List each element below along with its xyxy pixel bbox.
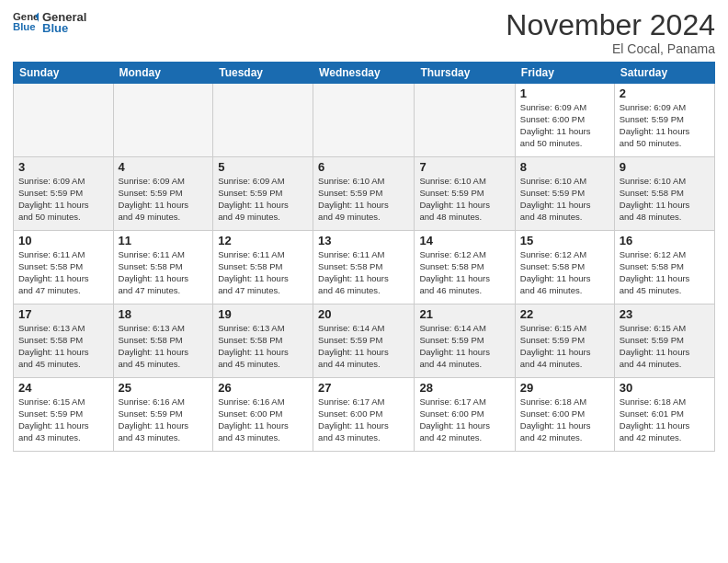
calendar-cell: 6Sunrise: 6:10 AM Sunset: 5:59 PM Daylig… [313,157,415,231]
calendar-body: 1Sunrise: 6:09 AM Sunset: 6:00 PM Daylig… [14,84,715,452]
calendar-cell: 23Sunrise: 6:15 AM Sunset: 5:59 PM Dayli… [614,304,714,378]
calendar-cell: 28Sunrise: 6:17 AM Sunset: 6:00 PM Dayli… [415,378,515,452]
calendar-cell [213,84,313,157]
day-number: 13 [318,234,409,247]
calendar-cell: 5Sunrise: 6:09 AM Sunset: 5:59 PM Daylig… [213,157,313,231]
day-number: 7 [419,160,509,174]
day-info: Sunrise: 6:13 AM Sunset: 5:58 PM Dayligh… [18,323,108,370]
day-info: Sunrise: 6:11 AM Sunset: 5:58 PM Dayligh… [318,249,409,296]
col-header-tuesday: Tuesday [213,63,313,84]
calendar-cell: 3Sunrise: 6:09 AM Sunset: 5:59 PM Daylig… [14,157,114,231]
calendar-cell: 12Sunrise: 6:11 AM Sunset: 5:58 PM Dayli… [213,231,313,304]
calendar-cell: 15Sunrise: 6:12 AM Sunset: 5:58 PM Dayli… [515,231,614,304]
calendar-cell [415,84,515,157]
day-number: 25 [119,381,209,395]
calendar-cell: 11Sunrise: 6:11 AM Sunset: 5:58 PM Dayli… [113,231,213,304]
day-info: Sunrise: 6:10 AM Sunset: 5:59 PM Dayligh… [520,176,609,223]
logo: General Blue General Blue [13,9,86,35]
day-number: 5 [218,160,308,174]
col-header-saturday: Saturday [614,63,714,84]
day-info: Sunrise: 6:15 AM Sunset: 5:59 PM Dayligh… [620,323,710,370]
day-info: Sunrise: 6:10 AM Sunset: 5:59 PM Dayligh… [318,176,409,223]
calendar-cell: 30Sunrise: 6:18 AM Sunset: 6:01 PM Dayli… [614,378,714,452]
calendar-cell: 26Sunrise: 6:16 AM Sunset: 6:00 PM Dayli… [213,378,313,452]
day-number: 19 [218,307,308,321]
header: General Blue General Blue November 2024 … [13,9,715,56]
calendar-cell: 29Sunrise: 6:18 AM Sunset: 6:00 PM Dayli… [515,378,614,452]
day-info: Sunrise: 6:12 AM Sunset: 5:58 PM Dayligh… [520,249,609,296]
week-row-0: 1Sunrise: 6:09 AM Sunset: 6:00 PM Daylig… [14,84,715,157]
day-info: Sunrise: 6:15 AM Sunset: 5:59 PM Dayligh… [520,323,609,370]
day-info: Sunrise: 6:17 AM Sunset: 6:00 PM Dayligh… [419,396,509,443]
col-header-sunday: Sunday [14,63,114,84]
calendar-cell [313,84,415,157]
calendar-cell: 22Sunrise: 6:15 AM Sunset: 5:59 PM Dayli… [515,304,614,378]
day-number: 14 [419,234,509,247]
calendar-cell: 27Sunrise: 6:17 AM Sunset: 6:00 PM Dayli… [313,378,415,452]
day-number: 6 [318,160,409,174]
day-info: Sunrise: 6:09 AM Sunset: 5:59 PM Dayligh… [18,176,108,223]
page: General Blue General Blue November 2024 … [0,0,728,563]
day-info: Sunrise: 6:18 AM Sunset: 6:00 PM Dayligh… [520,396,609,443]
day-info: Sunrise: 6:13 AM Sunset: 5:58 PM Dayligh… [218,323,308,370]
day-number: 27 [318,381,409,395]
calendar-cell: 10Sunrise: 6:11 AM Sunset: 5:58 PM Dayli… [14,231,114,304]
week-row-3: 17Sunrise: 6:13 AM Sunset: 5:58 PM Dayli… [14,304,715,378]
day-info: Sunrise: 6:16 AM Sunset: 5:59 PM Dayligh… [119,396,209,443]
day-info: Sunrise: 6:09 AM Sunset: 5:59 PM Dayligh… [620,102,710,149]
day-info: Sunrise: 6:11 AM Sunset: 5:58 PM Dayligh… [18,249,108,296]
col-header-monday: Monday [113,63,213,84]
day-number: 2 [620,86,710,100]
month-title: November 2024 [506,9,715,41]
week-row-4: 24Sunrise: 6:15 AM Sunset: 5:59 PM Dayli… [14,378,715,452]
calendar-cell: 25Sunrise: 6:16 AM Sunset: 5:59 PM Dayli… [113,378,213,452]
day-info: Sunrise: 6:13 AM Sunset: 5:58 PM Dayligh… [119,323,209,370]
week-row-1: 3Sunrise: 6:09 AM Sunset: 5:59 PM Daylig… [14,157,715,231]
header-row: SundayMondayTuesdayWednesdayThursdayFrid… [14,63,715,84]
day-number: 21 [419,307,509,321]
calendar-cell: 2Sunrise: 6:09 AM Sunset: 5:59 PM Daylig… [614,84,714,157]
calendar-cell: 18Sunrise: 6:13 AM Sunset: 5:58 PM Dayli… [113,304,213,378]
calendar-cell: 1Sunrise: 6:09 AM Sunset: 6:00 PM Daylig… [515,84,614,157]
col-header-friday: Friday [515,63,614,84]
day-info: Sunrise: 6:14 AM Sunset: 5:59 PM Dayligh… [419,323,509,370]
calendar-header: SundayMondayTuesdayWednesdayThursdayFrid… [14,63,715,84]
calendar-cell [14,84,114,157]
day-info: Sunrise: 6:12 AM Sunset: 5:58 PM Dayligh… [620,249,710,296]
day-info: Sunrise: 6:11 AM Sunset: 5:58 PM Dayligh… [218,249,308,296]
day-number: 30 [620,381,710,395]
day-number: 12 [218,234,308,247]
day-info: Sunrise: 6:10 AM Sunset: 5:59 PM Dayligh… [419,176,509,223]
calendar-cell: 4Sunrise: 6:09 AM Sunset: 5:59 PM Daylig… [113,157,213,231]
day-info: Sunrise: 6:15 AM Sunset: 5:59 PM Dayligh… [18,396,108,443]
day-number: 4 [119,160,209,174]
calendar-cell: 17Sunrise: 6:13 AM Sunset: 5:58 PM Dayli… [14,304,114,378]
day-number: 22 [520,307,609,321]
day-info: Sunrise: 6:11 AM Sunset: 5:58 PM Dayligh… [119,249,209,296]
day-info: Sunrise: 6:09 AM Sunset: 5:59 PM Dayligh… [119,176,209,223]
week-row-2: 10Sunrise: 6:11 AM Sunset: 5:58 PM Dayli… [14,231,715,304]
day-number: 26 [218,381,308,395]
calendar-cell: 14Sunrise: 6:12 AM Sunset: 5:58 PM Dayli… [415,231,515,304]
day-number: 24 [18,381,108,395]
day-info: Sunrise: 6:18 AM Sunset: 6:01 PM Dayligh… [620,396,710,443]
calendar: SundayMondayTuesdayWednesdayThursdayFrid… [13,62,715,452]
calendar-cell: 24Sunrise: 6:15 AM Sunset: 5:59 PM Dayli… [14,378,114,452]
day-info: Sunrise: 6:14 AM Sunset: 5:59 PM Dayligh… [318,323,409,370]
col-header-thursday: Thursday [415,63,515,84]
svg-text:Blue: Blue [13,21,36,32]
day-number: 3 [18,160,108,174]
day-info: Sunrise: 6:16 AM Sunset: 6:00 PM Dayligh… [218,396,308,443]
logo-icon: General Blue [13,9,39,35]
calendar-cell: 20Sunrise: 6:14 AM Sunset: 5:59 PM Dayli… [313,304,415,378]
calendar-cell: 13Sunrise: 6:11 AM Sunset: 5:58 PM Dayli… [313,231,415,304]
day-number: 17 [18,307,108,321]
day-number: 8 [520,160,609,174]
calendar-cell: 19Sunrise: 6:13 AM Sunset: 5:58 PM Dayli… [213,304,313,378]
day-number: 16 [620,234,710,247]
day-number: 23 [620,307,710,321]
calendar-cell: 16Sunrise: 6:12 AM Sunset: 5:58 PM Dayli… [614,231,714,304]
day-number: 29 [520,381,609,395]
day-number: 11 [119,234,209,247]
calendar-cell [113,84,213,157]
